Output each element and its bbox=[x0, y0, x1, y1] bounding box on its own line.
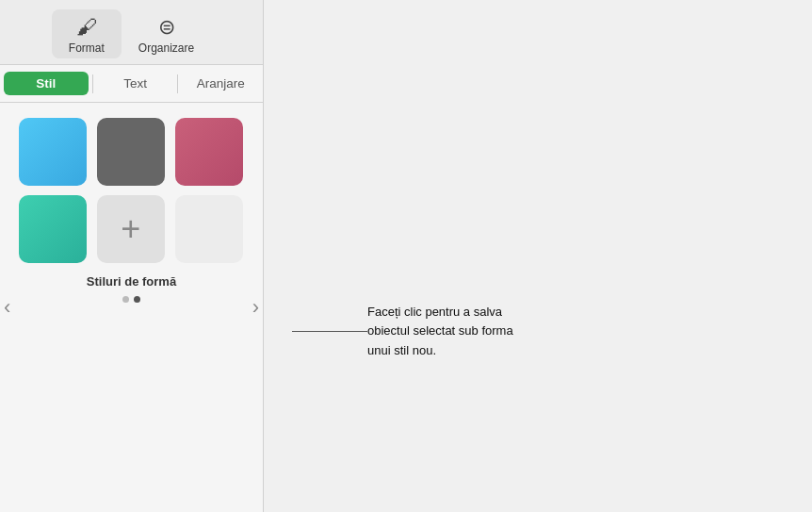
toolbar: 🖌 Format ⊜ Organizare bbox=[0, 0, 263, 65]
annotation-horiz-line bbox=[292, 331, 367, 332]
format-icon: 🖌 bbox=[76, 15, 97, 40]
format-label: Format bbox=[69, 41, 105, 55]
tab-bar: Stil Text Aranjare bbox=[0, 65, 263, 103]
page-wrapper: 🖌 Format ⊜ Organizare Stil Text Aranjare… bbox=[0, 0, 812, 512]
style-cell-teal[interactable] bbox=[19, 195, 87, 263]
tab-text[interactable]: Text bbox=[93, 69, 178, 98]
style-cell-empty bbox=[175, 195, 243, 263]
style-grid: + bbox=[19, 118, 245, 263]
prev-arrow[interactable]: ‹ bbox=[2, 291, 12, 323]
style-cell-gray[interactable] bbox=[97, 118, 165, 186]
style-cell-blue[interactable] bbox=[19, 118, 87, 186]
format-button[interactable]: 🖌 Format bbox=[52, 9, 122, 58]
style-cell-pink[interactable] bbox=[175, 118, 243, 186]
style-cell-add[interactable]: + bbox=[97, 195, 165, 263]
format-panel: 🖌 Format ⊜ Organizare Stil Text Aranjare… bbox=[0, 0, 264, 512]
organize-label: Organizare bbox=[138, 41, 194, 55]
next-arrow[interactable]: › bbox=[251, 291, 261, 323]
dot-1 bbox=[122, 296, 129, 303]
organize-icon: ⊜ bbox=[158, 15, 175, 40]
section-label: Stiluri de formă bbox=[87, 274, 176, 289]
annotation-line: Faceți clic pentru a salva obiectul sele… bbox=[292, 303, 537, 359]
style-content: ‹ › + Stiluri de formă bbox=[0, 103, 263, 512]
organize-button[interactable]: ⊜ Organizare bbox=[122, 9, 211, 58]
tab-stil[interactable]: Stil bbox=[4, 72, 89, 95]
tab-aranjare[interactable]: Aranjare bbox=[178, 69, 263, 98]
dot-2 bbox=[134, 296, 140, 303]
annotation-area: Faceți clic pentru a salva obiectul sele… bbox=[264, 0, 812, 512]
annotation-text: Faceți clic pentru a salva obiectul sele… bbox=[367, 303, 537, 359]
page-dots bbox=[122, 296, 140, 303]
